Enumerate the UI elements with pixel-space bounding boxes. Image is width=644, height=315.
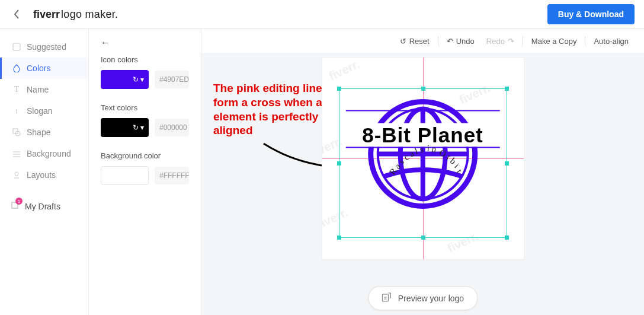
auto-align-button[interactable]: Auto-align [590, 36, 632, 47]
background-icon [12, 149, 21, 158]
watermark: fiverr. [326, 58, 361, 83]
sidenav: Suggested Colors T Name t Slogan Shape B… [0, 29, 89, 315]
sidenav-item-label: Suggested [27, 42, 66, 52]
preview-label: Preview your logo [398, 294, 464, 303]
brand-bold: fiverr [33, 8, 60, 21]
resize-handle[interactable] [505, 236, 509, 240]
sidenav-item-name[interactable]: T Name [0, 79, 88, 100]
sidenav-item-label: Name [27, 85, 49, 94]
logo-element[interactable]: 8-Bit Planet Rascals in Orbit [361, 123, 485, 194]
text-color-swatch[interactable]: ↻ ▾ [101, 118, 149, 137]
svg-rect-11 [382, 294, 388, 301]
resize-handle[interactable] [505, 161, 509, 166]
copy-label: Make a Copy [531, 37, 577, 46]
accent-line-top [345, 110, 499, 112]
logo-brand-text[interactable]: 8-Bit Planet [361, 123, 485, 147]
reset-label: Reset [409, 37, 430, 46]
brand-logo: fiverr logo maker. [33, 8, 118, 21]
icon-color-swatch[interactable]: ↻ ▾ [101, 70, 149, 89]
make-copy-button[interactable]: Make a Copy [528, 36, 581, 47]
resize-handle[interactable] [505, 87, 509, 91]
sidenav-item-label: Shape [27, 128, 50, 137]
undo-icon: ↶ [447, 37, 453, 46]
icon-colors-label: Icon colors [101, 55, 189, 64]
svg-rect-0 [13, 43, 20, 50]
sidenav-item-background[interactable]: Background [0, 143, 88, 164]
sidenav-item-layouts[interactable]: Layouts [0, 164, 88, 186]
reset-icon: ↺ [400, 37, 406, 46]
redo-label: Redo [486, 37, 505, 46]
drafts-label: My Drafts [25, 202, 60, 211]
divider [523, 36, 523, 46]
sidenav-item-label: Background [27, 149, 71, 158]
reset-button[interactable]: ↺Reset [396, 36, 433, 47]
colors-panel: ← Icon colors ↻ ▾ #4907ED Text colors ↻ … [89, 29, 201, 315]
drafts-badge: 1 [15, 198, 23, 205]
my-drafts-button[interactable]: 1 My Drafts [0, 195, 88, 217]
bg-color-hex[interactable]: #FFFFFF [155, 167, 189, 184]
divider [438, 36, 438, 46]
suggested-icon [12, 43, 21, 51]
undo-label: Undo [456, 37, 475, 46]
bg-color-swatch[interactable] [101, 166, 149, 185]
resize-handle[interactable] [337, 87, 341, 91]
undo-button[interactable]: ↶Undo [443, 36, 478, 47]
sidenav-item-label: Layouts [27, 170, 56, 180]
sidenav-item-label: Slogan [27, 106, 53, 116]
colors-icon [12, 64, 21, 72]
resize-handle[interactable] [337, 236, 341, 240]
cycle-icon: ↻ ▾ [133, 75, 144, 84]
buy-download-button[interactable]: Buy & Download [547, 4, 635, 24]
panel-back-button[interactable]: ← [101, 37, 110, 48]
back-button[interactable] [9, 7, 24, 21]
preview-icon [382, 292, 392, 304]
watermark: fiverr. [445, 230, 480, 256]
icon-color-hex[interactable]: #4907ED [155, 71, 189, 88]
text-colors-label: Text colors [101, 103, 189, 112]
sidenav-item-slogan[interactable]: t Slogan [0, 100, 88, 122]
cycle-icon: ↻ ▾ [133, 123, 144, 132]
watermark: fiverr. [322, 206, 350, 232]
canvas-toolbar: ↺Reset ↶Undo Redo↷ Make a Copy Auto-alig… [201, 29, 644, 53]
resize-handle[interactable] [337, 161, 341, 166]
preview-logo-button[interactable]: Preview your logo [368, 286, 478, 310]
brand-thin: logo maker. [61, 8, 118, 21]
sidenav-item-suggested[interactable]: Suggested [0, 36, 88, 58]
divider [585, 36, 585, 46]
logo-tagline-text[interactable]: Rascals in Orbit [361, 184, 485, 194]
slogan-icon: t [12, 107, 21, 115]
text-color-hex[interactable]: #000000 [155, 119, 189, 136]
shape-icon [12, 128, 21, 136]
redo-icon: ↷ [508, 37, 514, 46]
sidenav-item-shape[interactable]: Shape [0, 122, 88, 143]
redo-button: Redo↷ [483, 36, 518, 47]
layouts-icon [12, 171, 21, 179]
bg-color-label: Background color [101, 151, 189, 160]
svg-point-3 [15, 172, 18, 176]
canvas-stage: The pink editing lines form a cross when… [201, 53, 644, 315]
sidenav-item-colors[interactable]: Colors [0, 58, 88, 79]
align-label: Auto-align [594, 37, 629, 46]
logo-artboard[interactable]: fiverr. fiverr. fiverr. fiverr. fiverr. [322, 58, 524, 259]
name-icon: T [12, 85, 21, 94]
watermark: fiverr. [322, 135, 344, 161]
sidenav-item-label: Colors [27, 63, 50, 73]
